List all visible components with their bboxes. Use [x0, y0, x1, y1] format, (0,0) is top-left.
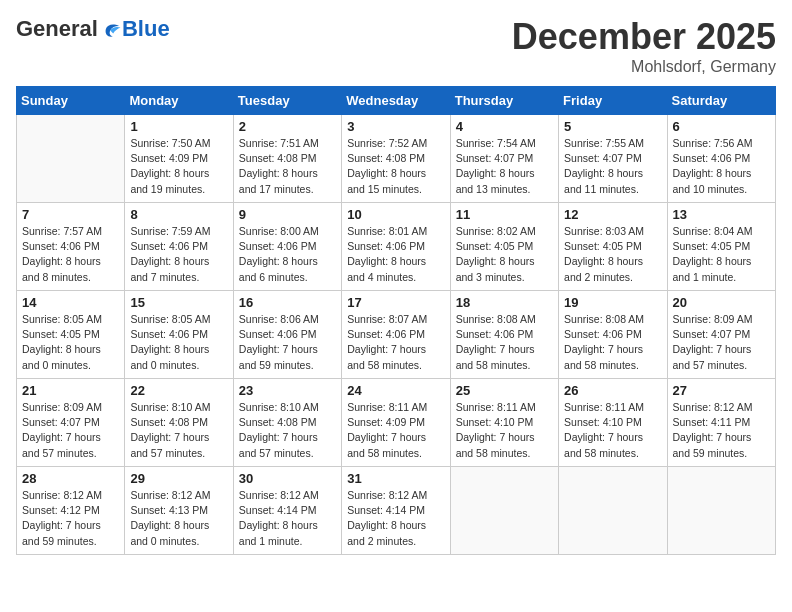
day-number: 23: [239, 383, 336, 398]
calendar-cell: 26Sunrise: 8:11 AMSunset: 4:10 PMDayligh…: [559, 379, 667, 467]
weekday-header-friday: Friday: [559, 87, 667, 115]
logo-bird-icon: [100, 18, 122, 40]
day-number: 17: [347, 295, 444, 310]
logo-blue-text: Blue: [122, 16, 170, 42]
calendar-cell: 28Sunrise: 8:12 AMSunset: 4:12 PMDayligh…: [17, 467, 125, 555]
calendar-cell: 19Sunrise: 8:08 AMSunset: 4:06 PMDayligh…: [559, 291, 667, 379]
day-info: Sunrise: 8:06 AMSunset: 4:06 PMDaylight:…: [239, 312, 336, 373]
weekday-header-row: SundayMondayTuesdayWednesdayThursdayFrid…: [17, 87, 776, 115]
day-number: 12: [564, 207, 661, 222]
calendar-week-row: 7Sunrise: 7:57 AMSunset: 4:06 PMDaylight…: [17, 203, 776, 291]
day-number: 24: [347, 383, 444, 398]
calendar-week-row: 21Sunrise: 8:09 AMSunset: 4:07 PMDayligh…: [17, 379, 776, 467]
day-info: Sunrise: 8:11 AMSunset: 4:10 PMDaylight:…: [456, 400, 553, 461]
calendar-cell: 31Sunrise: 8:12 AMSunset: 4:14 PMDayligh…: [342, 467, 450, 555]
day-number: 22: [130, 383, 227, 398]
day-info: Sunrise: 8:12 AMSunset: 4:11 PMDaylight:…: [673, 400, 770, 461]
calendar-week-row: 28Sunrise: 8:12 AMSunset: 4:12 PMDayligh…: [17, 467, 776, 555]
calendar-cell: 11Sunrise: 8:02 AMSunset: 4:05 PMDayligh…: [450, 203, 558, 291]
calendar-cell: 7Sunrise: 7:57 AMSunset: 4:06 PMDaylight…: [17, 203, 125, 291]
day-number: 9: [239, 207, 336, 222]
calendar-cell: [450, 467, 558, 555]
day-info: Sunrise: 8:00 AMSunset: 4:06 PMDaylight:…: [239, 224, 336, 285]
day-number: 30: [239, 471, 336, 486]
day-number: 6: [673, 119, 770, 134]
day-number: 18: [456, 295, 553, 310]
calendar-cell: [559, 467, 667, 555]
calendar-cell: 13Sunrise: 8:04 AMSunset: 4:05 PMDayligh…: [667, 203, 775, 291]
day-info: Sunrise: 8:07 AMSunset: 4:06 PMDaylight:…: [347, 312, 444, 373]
day-info: Sunrise: 8:12 AMSunset: 4:14 PMDaylight:…: [347, 488, 444, 549]
day-number: 25: [456, 383, 553, 398]
calendar-cell: 25Sunrise: 8:11 AMSunset: 4:10 PMDayligh…: [450, 379, 558, 467]
day-info: Sunrise: 8:03 AMSunset: 4:05 PMDaylight:…: [564, 224, 661, 285]
day-info: Sunrise: 8:12 AMSunset: 4:12 PMDaylight:…: [22, 488, 119, 549]
day-number: 29: [130, 471, 227, 486]
calendar-cell: 5Sunrise: 7:55 AMSunset: 4:07 PMDaylight…: [559, 115, 667, 203]
day-number: 15: [130, 295, 227, 310]
day-info: Sunrise: 8:09 AMSunset: 4:07 PMDaylight:…: [22, 400, 119, 461]
day-number: 26: [564, 383, 661, 398]
day-number: 27: [673, 383, 770, 398]
day-number: 8: [130, 207, 227, 222]
day-number: 1: [130, 119, 227, 134]
weekday-header-tuesday: Tuesday: [233, 87, 341, 115]
day-number: 7: [22, 207, 119, 222]
calendar-cell: 22Sunrise: 8:10 AMSunset: 4:08 PMDayligh…: [125, 379, 233, 467]
calendar-cell: 30Sunrise: 8:12 AMSunset: 4:14 PMDayligh…: [233, 467, 341, 555]
day-number: 14: [22, 295, 119, 310]
calendar-cell: 4Sunrise: 7:54 AMSunset: 4:07 PMDaylight…: [450, 115, 558, 203]
calendar-week-row: 14Sunrise: 8:05 AMSunset: 4:05 PMDayligh…: [17, 291, 776, 379]
day-info: Sunrise: 8:12 AMSunset: 4:13 PMDaylight:…: [130, 488, 227, 549]
day-number: 19: [564, 295, 661, 310]
calendar-cell: 24Sunrise: 8:11 AMSunset: 4:09 PMDayligh…: [342, 379, 450, 467]
day-number: 31: [347, 471, 444, 486]
page-header: General Blue December 2025 Mohlsdorf, Ge…: [16, 16, 776, 76]
day-info: Sunrise: 8:11 AMSunset: 4:10 PMDaylight:…: [564, 400, 661, 461]
calendar-week-row: 1Sunrise: 7:50 AMSunset: 4:09 PMDaylight…: [17, 115, 776, 203]
day-number: 16: [239, 295, 336, 310]
day-info: Sunrise: 7:59 AMSunset: 4:06 PMDaylight:…: [130, 224, 227, 285]
calendar-cell: 20Sunrise: 8:09 AMSunset: 4:07 PMDayligh…: [667, 291, 775, 379]
day-info: Sunrise: 8:11 AMSunset: 4:09 PMDaylight:…: [347, 400, 444, 461]
day-info: Sunrise: 7:54 AMSunset: 4:07 PMDaylight:…: [456, 136, 553, 197]
day-info: Sunrise: 8:04 AMSunset: 4:05 PMDaylight:…: [673, 224, 770, 285]
calendar-cell: 27Sunrise: 8:12 AMSunset: 4:11 PMDayligh…: [667, 379, 775, 467]
day-info: Sunrise: 8:08 AMSunset: 4:06 PMDaylight:…: [456, 312, 553, 373]
day-info: Sunrise: 8:08 AMSunset: 4:06 PMDaylight:…: [564, 312, 661, 373]
calendar-cell: 14Sunrise: 8:05 AMSunset: 4:05 PMDayligh…: [17, 291, 125, 379]
calendar-cell: 3Sunrise: 7:52 AMSunset: 4:08 PMDaylight…: [342, 115, 450, 203]
calendar-cell: 21Sunrise: 8:09 AMSunset: 4:07 PMDayligh…: [17, 379, 125, 467]
day-info: Sunrise: 7:57 AMSunset: 4:06 PMDaylight:…: [22, 224, 119, 285]
day-info: Sunrise: 8:02 AMSunset: 4:05 PMDaylight:…: [456, 224, 553, 285]
day-number: 11: [456, 207, 553, 222]
calendar-cell: [17, 115, 125, 203]
calendar-cell: 1Sunrise: 7:50 AMSunset: 4:09 PMDaylight…: [125, 115, 233, 203]
calendar-cell: 15Sunrise: 8:05 AMSunset: 4:06 PMDayligh…: [125, 291, 233, 379]
calendar-cell: 10Sunrise: 8:01 AMSunset: 4:06 PMDayligh…: [342, 203, 450, 291]
day-info: Sunrise: 7:55 AMSunset: 4:07 PMDaylight:…: [564, 136, 661, 197]
calendar-cell: 12Sunrise: 8:03 AMSunset: 4:05 PMDayligh…: [559, 203, 667, 291]
day-number: 4: [456, 119, 553, 134]
day-number: 3: [347, 119, 444, 134]
calendar-cell: 23Sunrise: 8:10 AMSunset: 4:08 PMDayligh…: [233, 379, 341, 467]
day-info: Sunrise: 8:10 AMSunset: 4:08 PMDaylight:…: [130, 400, 227, 461]
day-number: 2: [239, 119, 336, 134]
logo: General Blue: [16, 16, 170, 42]
month-title: December 2025: [512, 16, 776, 58]
calendar-cell: 29Sunrise: 8:12 AMSunset: 4:13 PMDayligh…: [125, 467, 233, 555]
day-info: Sunrise: 7:51 AMSunset: 4:08 PMDaylight:…: [239, 136, 336, 197]
day-info: Sunrise: 7:52 AMSunset: 4:08 PMDaylight:…: [347, 136, 444, 197]
day-info: Sunrise: 7:50 AMSunset: 4:09 PMDaylight:…: [130, 136, 227, 197]
logo-general-text: General: [16, 16, 98, 42]
day-number: 5: [564, 119, 661, 134]
location-text: Mohlsdorf, Germany: [512, 58, 776, 76]
weekday-header-monday: Monday: [125, 87, 233, 115]
calendar-header: SundayMondayTuesdayWednesdayThursdayFrid…: [17, 87, 776, 115]
day-info: Sunrise: 8:05 AMSunset: 4:05 PMDaylight:…: [22, 312, 119, 373]
weekday-header-sunday: Sunday: [17, 87, 125, 115]
calendar-cell: 16Sunrise: 8:06 AMSunset: 4:06 PMDayligh…: [233, 291, 341, 379]
calendar-body: 1Sunrise: 7:50 AMSunset: 4:09 PMDaylight…: [17, 115, 776, 555]
weekday-header-saturday: Saturday: [667, 87, 775, 115]
weekday-header-thursday: Thursday: [450, 87, 558, 115]
